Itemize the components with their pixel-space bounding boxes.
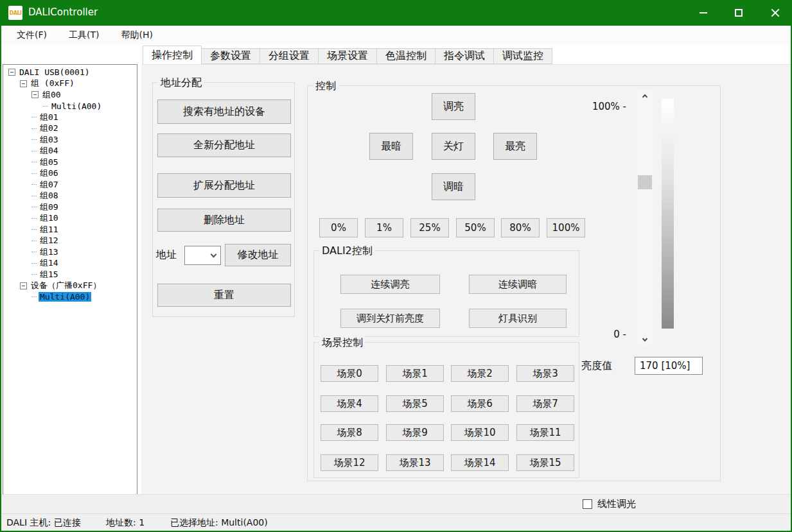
tree-row-1: 组 (0xFF): [3, 78, 137, 90]
menu-item-0[interactable]: 文件(F): [10, 27, 53, 44]
tree-expander-icon[interactable]: [31, 91, 39, 98]
tree-item-label[interactable]: Multi(A00): [39, 292, 91, 302]
tree-connector: [31, 151, 37, 151]
tree-item-label[interactable]: DALI USB(0001): [18, 67, 91, 77]
address-button-0[interactable]: 搜索有地址的设备: [157, 99, 291, 124]
brightness-scrollbar[interactable]: [638, 90, 652, 345]
scroll-up-button[interactable]: [638, 90, 652, 101]
maximize-button[interactable]: [724, 0, 753, 26]
tab-2[interactable]: 分组设置: [260, 48, 319, 64]
tree-item-label[interactable]: 组10: [39, 212, 60, 224]
tree-item-label[interactable]: 设备（广播0xFF）: [30, 280, 102, 291]
brighten-button[interactable]: 调亮: [432, 93, 475, 120]
tree-item-label[interactable]: 组04: [39, 145, 60, 157]
dali2-control-group-title: DALI2控制: [319, 245, 375, 258]
app-window: DALI DALIController 文件(F)工具(T)帮助(H) DALI…: [0, 0, 792, 532]
tree-item-label[interactable]: 组06: [39, 167, 60, 179]
address-combobox[interactable]: [184, 246, 221, 265]
min-brightness-button[interactable]: 最暗: [369, 133, 413, 160]
tree-item-label[interactable]: Multi(A00): [50, 101, 103, 111]
window-border-left: [0, 0, 1, 532]
tree-item-label[interactable]: 组07: [39, 179, 60, 191]
scroll-up-icon: [642, 94, 647, 99]
dali2-button-3[interactable]: 灯具识别: [469, 309, 567, 328]
percent-button-100%[interactable]: 100%: [547, 218, 585, 237]
tree-item-label[interactable]: 组12: [39, 235, 60, 246]
tree-item-label[interactable]: 组14: [39, 257, 60, 269]
menu-item-2[interactable]: 帮助(H): [114, 27, 159, 44]
percent-button-50%[interactable]: 50%: [456, 218, 495, 237]
modify-address-button[interactable]: 修改地址: [225, 244, 291, 266]
tree-connector: [31, 139, 37, 140]
tree-row-17: 组14: [3, 258, 137, 270]
dim-button[interactable]: 调暗: [432, 173, 475, 200]
scene-button-14[interactable]: 场景14: [451, 454, 509, 471]
scroll-down-button[interactable]: [638, 334, 652, 345]
scene-button-15[interactable]: 场景15: [516, 454, 574, 471]
tab-3[interactable]: 场景设置: [319, 48, 377, 64]
scene-button-1[interactable]: 场景1: [386, 365, 444, 382]
minimize-button[interactable]: [689, 0, 718, 26]
scene-button-12[interactable]: 场景12: [321, 454, 378, 471]
tab-4[interactable]: 色温控制: [377, 48, 436, 64]
tab-1[interactable]: 参数设置: [202, 48, 260, 64]
scene-button-10[interactable]: 场景10: [451, 424, 509, 441]
dali2-button-0[interactable]: 连续调亮: [340, 275, 440, 294]
tree-expander-icon[interactable]: [20, 282, 27, 289]
tab-0[interactable]: 操作控制: [143, 46, 202, 64]
brightness-value-field[interactable]: 170 [10%]: [635, 357, 703, 375]
max-brightness-button[interactable]: 最亮: [493, 133, 537, 160]
tree-item-label[interactable]: 组00: [41, 89, 62, 101]
tree-item-label[interactable]: 组08: [39, 190, 60, 202]
tree-item-label[interactable]: 组05: [39, 157, 60, 168]
status-selected-address: 已选择地址: Multi(A00): [170, 517, 268, 529]
tree-item-label[interactable]: 组15: [39, 269, 60, 280]
tab-5[interactable]: 指令调试: [436, 48, 494, 64]
scene-button-7[interactable]: 场景7: [516, 395, 574, 412]
scene-button-3[interactable]: 场景3: [516, 365, 574, 382]
tree-item-label[interactable]: 组09: [39, 202, 60, 213]
scene-button-5[interactable]: 场景5: [386, 395, 444, 412]
address-button-3[interactable]: 删除地址: [157, 209, 291, 232]
scene-button-0[interactable]: 场景0: [321, 365, 378, 382]
address-button-1[interactable]: 全新分配地址: [157, 133, 291, 157]
scene-button-13[interactable]: 场景13: [386, 454, 444, 471]
tree-item-label[interactable]: 组02: [39, 123, 60, 134]
scene-button-9[interactable]: 场景9: [386, 424, 444, 441]
linear-dimming-checkbox[interactable]: [583, 499, 592, 509]
tree-expander-icon[interactable]: [8, 69, 15, 76]
tree-row-4: 组01: [3, 112, 137, 123]
close-button[interactable]: [761, 0, 790, 26]
tree-expander-icon[interactable]: [20, 80, 27, 87]
scene-button-2[interactable]: 场景2: [451, 365, 509, 382]
dali2-button-1[interactable]: 连续调暗: [469, 275, 567, 294]
tree-item-label[interactable]: 组01: [39, 112, 60, 123]
tree-item-label[interactable]: 组11: [39, 224, 60, 236]
light-off-button[interactable]: 关灯: [432, 133, 475, 160]
scroll-down-icon: [642, 336, 647, 341]
device-tree[interactable]: DALI USB(0001)组 (0xFF)组00Multi(A00)组01组0…: [3, 64, 137, 495]
scene-button-4[interactable]: 场景4: [321, 395, 378, 412]
tree-row-12: 组09: [3, 202, 137, 213]
percent-button-1%[interactable]: 1%: [365, 218, 403, 237]
scrollbar-thumb[interactable]: [638, 175, 652, 189]
tree-item-label[interactable]: 组 (0xFF): [30, 78, 76, 89]
reset-button[interactable]: 重置: [157, 284, 291, 307]
tree-row-18: 组15: [3, 269, 137, 280]
scene-button-6[interactable]: 场景6: [451, 395, 509, 412]
menu-item-1[interactable]: 工具(T): [62, 27, 105, 44]
scene-button-8[interactable]: 场景8: [321, 424, 378, 441]
tree-item-label[interactable]: 组13: [39, 246, 60, 258]
tree-row-16: 组13: [3, 246, 137, 258]
dali2-button-2[interactable]: 调到关灯前亮度: [340, 309, 440, 328]
address-assign-group-title: 地址分配: [158, 76, 204, 90]
percent-button-80%[interactable]: 80%: [501, 218, 540, 237]
percent-button-25%[interactable]: 25%: [410, 218, 449, 237]
address-button-2[interactable]: 扩展分配地址: [157, 173, 291, 198]
tab-6[interactable]: 调试监控: [494, 48, 552, 64]
tree-item-label[interactable]: 组03: [39, 134, 60, 146]
scene-button-11[interactable]: 场景11: [516, 424, 574, 441]
brightness-gradient-bar: [662, 99, 674, 329]
address-label: 地址: [156, 248, 177, 262]
percent-button-0%[interactable]: 0%: [319, 218, 358, 237]
